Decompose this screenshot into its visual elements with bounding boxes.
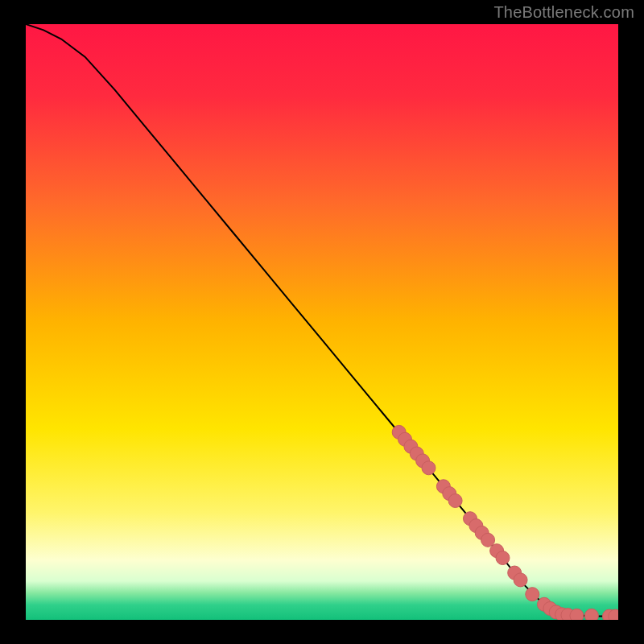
data-marker	[496, 551, 510, 565]
data-marker	[514, 573, 527, 587]
data-marker	[422, 461, 436, 475]
chart-plot-area	[26, 24, 618, 620]
data-marker	[448, 494, 462, 508]
data-marker	[526, 588, 539, 601]
data-marker	[570, 609, 584, 620]
gradient-background	[26, 24, 618, 620]
data-marker	[584, 609, 598, 620]
watermark-text: TheBottleneck.com	[493, 3, 634, 22]
chart-svg	[26, 24, 618, 620]
chart-stage: TheBottleneck.com	[0, 0, 644, 644]
